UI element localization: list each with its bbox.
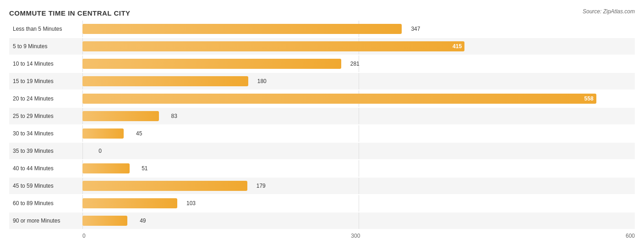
bar-fill: 180 (82, 76, 248, 86)
bar-track: 49 (82, 212, 635, 229)
bar-track: 415 (82, 38, 635, 55)
bar-row: 10 to 14 Minutes281 (9, 56, 635, 72)
bar-row: 45 to 59 Minutes179 (9, 178, 635, 194)
bar-track: 103 (82, 195, 635, 212)
bar-label: 20 to 24 Minutes (9, 95, 82, 102)
bar-track: 558 (82, 90, 635, 107)
bar-row: 40 to 44 Minutes51 (9, 160, 635, 177)
bar-label: 30 to 34 Minutes (9, 130, 82, 137)
bar-fill: 179 (82, 181, 247, 191)
bar-fill: 0 (82, 146, 83, 156)
bar-row: 20 to 24 Minutes558 (9, 90, 635, 107)
bar-label: 40 to 44 Minutes (9, 165, 82, 172)
bar-value-label: 103 (186, 200, 196, 207)
bar-value-label: 83 (171, 113, 177, 119)
bar-track: 51 (82, 160, 635, 177)
chart-container: COMMUTE TIME IN CENTRAL CITY Source: Zip… (0, 0, 644, 240)
bar-value-label: 558 (584, 95, 594, 102)
chart-title: COMMUTE TIME IN CENTRAL CITY (9, 9, 635, 17)
chart-area: Less than 5 Minutes3475 to 9 Minutes4151… (9, 21, 635, 230)
bar-fill: 51 (82, 163, 130, 173)
bar-label: 60 to 89 Minutes (9, 200, 82, 207)
bar-fill: 83 (82, 111, 159, 121)
bar-label: 35 to 39 Minutes (9, 148, 82, 154)
x-tick: 300 (351, 233, 360, 239)
bar-fill: 45 (82, 128, 124, 139)
bar-value-label: 415 (453, 43, 462, 50)
bar-value-label: 0 (98, 148, 102, 154)
bar-row: Less than 5 Minutes347 (9, 21, 635, 37)
bar-track: 0 (82, 143, 635, 159)
bar-label: 45 to 59 Minutes (9, 183, 82, 189)
bar-track: 179 (82, 178, 635, 194)
bar-row: 15 to 19 Minutes180 (9, 73, 635, 89)
bar-track: 180 (82, 73, 635, 89)
bar-fill: 415 (82, 41, 464, 51)
bar-label: 90 or more Minutes (9, 218, 82, 224)
bar-value-label: 45 (136, 130, 142, 137)
bar-label: 15 to 19 Minutes (9, 78, 82, 84)
bar-track: 45 (82, 125, 635, 142)
bar-row: 60 to 89 Minutes103 (9, 195, 635, 212)
bar-track: 83 (82, 108, 635, 124)
bar-label: 25 to 29 Minutes (9, 113, 82, 119)
bar-value-label: 49 (140, 218, 146, 224)
chart-source: Source: ZipAtlas.com (583, 8, 635, 15)
bar-value-label: 51 (142, 165, 147, 172)
bar-fill: 49 (82, 216, 127, 226)
bar-fill: 103 (82, 198, 177, 208)
bar-value-label: 281 (350, 61, 360, 67)
bar-label: 10 to 14 Minutes (9, 61, 82, 67)
bar-label: 5 to 9 Minutes (9, 43, 82, 50)
bar-track: 281 (82, 56, 635, 72)
x-tick: 0 (82, 233, 86, 239)
bar-value-label: 180 (257, 78, 267, 84)
bar-row: 5 to 9 Minutes415 (9, 38, 635, 55)
bar-row: 90 or more Minutes49 (9, 212, 635, 229)
bar-label: Less than 5 Minutes (9, 26, 82, 32)
bar-fill: 558 (82, 94, 596, 104)
x-axis: 0300600 (9, 233, 635, 239)
bar-value-label: 179 (257, 183, 266, 189)
bar-row: 25 to 29 Minutes83 (9, 108, 635, 124)
bar-fill: 347 (82, 24, 402, 34)
bar-track: 347 (82, 21, 635, 37)
x-tick: 600 (626, 233, 635, 239)
bar-value-label: 347 (411, 26, 420, 32)
bar-row: 35 to 39 Minutes0 (9, 143, 635, 159)
bar-fill: 281 (82, 59, 341, 69)
bar-row: 30 to 34 Minutes45 (9, 125, 635, 142)
